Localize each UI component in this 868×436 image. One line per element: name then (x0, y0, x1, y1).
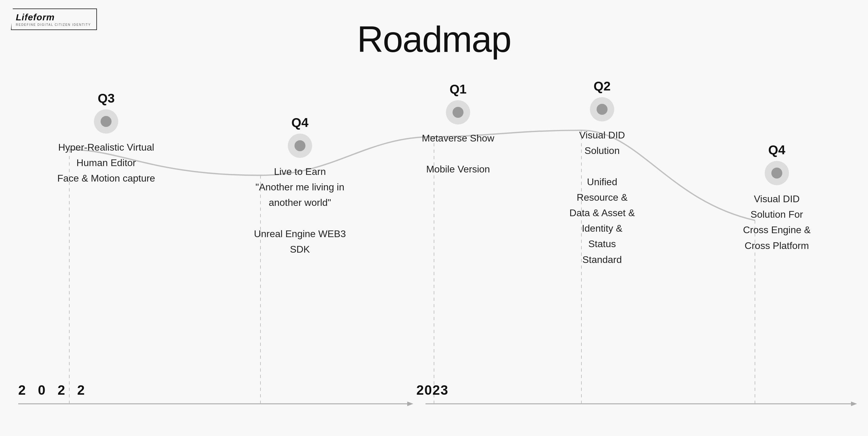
svg-marker-1 (407, 402, 413, 406)
q1-circle-inner (453, 107, 463, 118)
q3-content: Hyper-Realistic VirtualHuman EditorFace … (57, 140, 155, 187)
roadmap-container: Q3 Hyper-Realistic VirtualHuman EditorFa… (0, 82, 868, 436)
logo: Lifeform REDEFINE DIGITAL CITIZEN IDENTI… (11, 8, 97, 30)
q2-circle-outer (590, 97, 614, 122)
q2-node: Q2 Visual DIDSolutionUnifiedResource &Da… (569, 79, 635, 267)
q4-2023-node: Q4 Visual DIDSolution ForCross Engine &C… (743, 143, 811, 254)
q4-2022-circle-inner (294, 140, 305, 151)
year-2022: 2 0 2 2 (18, 382, 89, 398)
q4-2023-circle-inner (771, 168, 782, 178)
q4-2023-content: Visual DIDSolution ForCross Engine &Cros… (743, 191, 811, 254)
q2-label: Q2 (594, 79, 611, 94)
q4-2023-label: Q4 (768, 143, 785, 157)
q4-2023-circle-outer (765, 161, 789, 185)
q2-circle-inner (597, 104, 608, 115)
q4-2022-circle-outer (288, 134, 312, 158)
q3-circle-inner (101, 116, 112, 127)
q1-node: Q1 Metaverse ShowMobile Version (422, 82, 494, 177)
q4-2022-content: Live to Earn"Another me living inanother… (248, 164, 352, 257)
logo-subtitle: REDEFINE DIGITAL CITIZEN IDENTITY (16, 23, 91, 26)
q3-label: Q3 (98, 91, 115, 106)
svg-marker-3 (851, 402, 857, 406)
page-title: Roadmap (0, 18, 868, 60)
q1-label: Q1 (450, 82, 467, 97)
q3-circle-outer (94, 109, 118, 134)
year-2023: 2023 (416, 382, 448, 398)
q1-content: Metaverse ShowMobile Version (422, 131, 494, 177)
q4-2022-label: Q4 (291, 115, 308, 130)
q1-circle-outer (446, 100, 470, 125)
q3-node: Q3 Hyper-Realistic VirtualHuman EditorFa… (57, 91, 155, 187)
logo-title: Lifeform (16, 12, 91, 23)
q2-content: Visual DIDSolutionUnifiedResource &Data … (569, 128, 635, 267)
q4-2022-node: Q4 Live to Earn"Another me living inanot… (248, 115, 352, 257)
